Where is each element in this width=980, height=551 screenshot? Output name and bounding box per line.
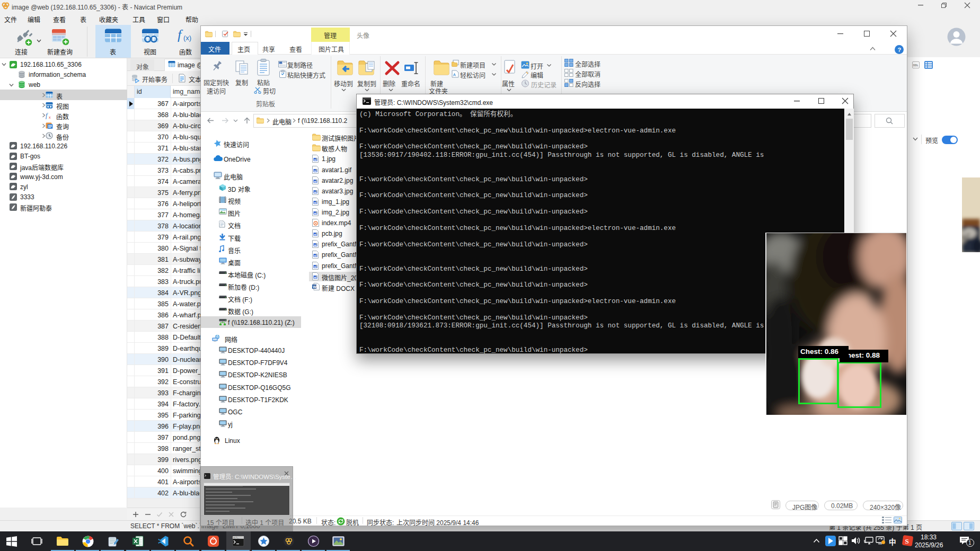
svg-text:x: x: [49, 115, 51, 119]
svg-text:S: S: [905, 537, 909, 545]
svg-text:(x): (x): [183, 34, 191, 42]
svg-text:DDL: DDL: [913, 64, 919, 67]
svg-text:C:\_: C:\_: [234, 537, 240, 539]
svg-text:?: ?: [898, 47, 902, 53]
svg-text:W: W: [313, 285, 316, 289]
svg-text:f: f: [46, 112, 48, 119]
svg-text:f: f: [178, 27, 183, 42]
